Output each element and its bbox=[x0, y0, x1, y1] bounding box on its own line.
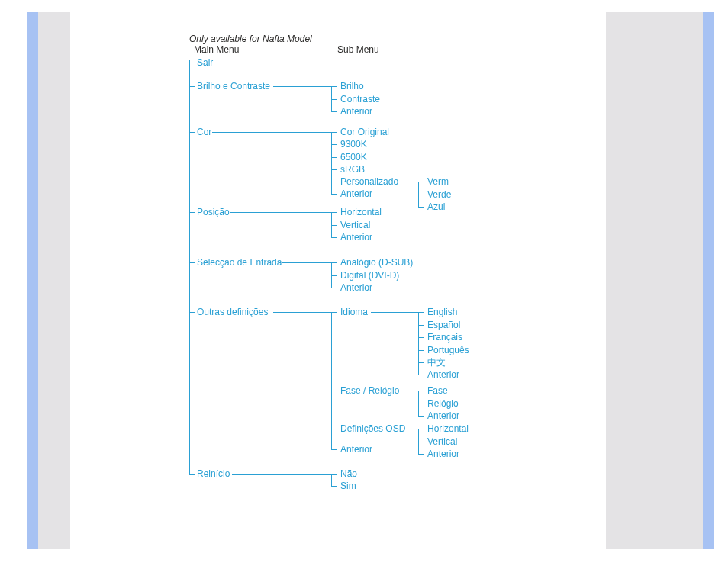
menu-tree: Only available for Nafta Model Main Menu… bbox=[189, 34, 598, 549]
sub-out-0: Idioma bbox=[340, 307, 368, 317]
sub-cor-2: 6500K bbox=[340, 152, 367, 162]
sub-pos-2: Anterior bbox=[340, 232, 372, 243]
header-sub: Sub Menu bbox=[337, 44, 379, 55]
main-sair: Sair bbox=[197, 57, 213, 68]
sub-lang-2: Français bbox=[427, 332, 462, 343]
sub-brilho-0: Brilho bbox=[340, 81, 364, 92]
main-entrada: Selecção de Entrada bbox=[197, 257, 282, 268]
sub-cor-b: Azul bbox=[427, 201, 445, 212]
sub-cor-1: 9300K bbox=[340, 139, 367, 150]
sub-rei-0: Não bbox=[340, 468, 357, 479]
sub-fase-2: Anterior bbox=[427, 410, 459, 421]
sub-pos-0: Horizontal bbox=[340, 207, 382, 217]
decor-bar-left bbox=[27, 12, 38, 549]
sub-cor-4: Personalizado bbox=[340, 176, 398, 187]
sub-cor-5: Anterior bbox=[340, 188, 372, 199]
sub-lang-5: Anterior bbox=[427, 369, 459, 380]
sub-ent-2: Anterior bbox=[340, 282, 372, 293]
sub-rei-1: Sim bbox=[340, 481, 356, 491]
sub-out-1: Fase / Relógio bbox=[340, 385, 399, 396]
main-reinicio: Reinício bbox=[197, 468, 230, 479]
decor-bar-right bbox=[703, 12, 714, 549]
sub-out-3: Anterior bbox=[340, 444, 372, 455]
sub-lang-4: 中文 bbox=[427, 357, 446, 368]
main-brilho: Brilho e Contraste bbox=[197, 81, 270, 92]
sub-pos-1: Vertical bbox=[340, 220, 370, 230]
sub-cor-r: Verm bbox=[427, 176, 449, 187]
nafta-note: Only available for Nafta Model bbox=[189, 34, 598, 44]
sub-lang-1: Español bbox=[427, 320, 460, 330]
decor-panel-left bbox=[38, 12, 70, 549]
main-posicao: Posição bbox=[197, 207, 230, 217]
sub-osd-2: Anterior bbox=[427, 449, 459, 459]
decor-panel-right bbox=[615, 12, 703, 549]
sub-ent-0: Analógio (D-SUB) bbox=[340, 257, 413, 268]
main-outras: Outras definições bbox=[197, 307, 268, 317]
sub-lang-3: Português bbox=[427, 345, 469, 355]
sub-brilho-1: Contraste bbox=[340, 94, 380, 105]
page: Only available for Nafta Model Main Menu… bbox=[0, 0, 728, 563]
sub-ent-1: Digital (DVI-D) bbox=[340, 270, 399, 281]
sub-lang-0: English bbox=[427, 307, 457, 317]
sub-osd-0: Horizontal bbox=[427, 423, 469, 434]
sub-fase-0: Fase bbox=[427, 385, 448, 396]
sub-cor-0: Cor Original bbox=[340, 127, 389, 137]
sub-osd-1: Vertical bbox=[427, 436, 457, 447]
main-cor: Cor bbox=[197, 127, 211, 137]
header-main: Main Menu bbox=[194, 44, 239, 55]
sub-fase-1: Relógio bbox=[427, 398, 459, 409]
sub-out-2: Definições OSD bbox=[340, 423, 405, 434]
sub-brilho-2: Anterior bbox=[340, 106, 372, 117]
sub-cor-3: sRGB bbox=[340, 164, 365, 175]
sub-cor-g: Verde bbox=[427, 189, 451, 200]
